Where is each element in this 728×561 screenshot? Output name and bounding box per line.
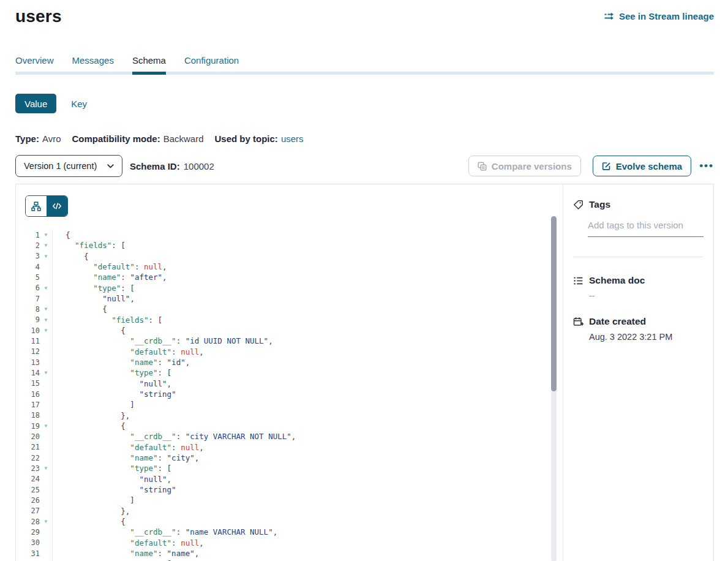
schema-doc-heading: Schema doc	[589, 275, 645, 286]
code-editor[interactable]: 1▼{2▼ "fields": [3▼ {4 "default": null,5…	[16, 230, 563, 561]
code-view-button[interactable]	[47, 196, 67, 216]
schema-id-value: 100002	[184, 161, 214, 171]
line-number: 10	[16, 326, 40, 335]
evolve-schema-button[interactable]: Evolve schema	[593, 156, 691, 176]
chevron-down-icon	[107, 164, 114, 168]
line-number: 9	[16, 315, 40, 324]
line-number: 24	[16, 475, 40, 483]
fold-arrow-icon[interactable]: ▼	[40, 251, 52, 262]
fold-arrow-icon[interactable]: ▼	[40, 463, 52, 473]
tab-schema[interactable]: Schema	[132, 55, 166, 66]
code-text: {	[52, 251, 563, 262]
line-number: 4	[16, 263, 40, 271]
fold-arrow-icon[interactable]: ▼	[40, 367, 52, 378]
fold-arrow-icon[interactable]: ▼	[40, 325, 52, 336]
key-tab-link[interactable]: Key	[71, 99, 87, 109]
add-tags-input[interactable]	[588, 220, 704, 237]
code-text: "null",	[52, 474, 563, 484]
fold-arrow-icon[interactable]: ▼	[40, 516, 52, 527]
code-line: 16 "string"	[16, 389, 563, 399]
version-select-value: Version 1 (current)	[24, 161, 97, 171]
line-number: 15	[16, 379, 40, 388]
tag-icon	[573, 200, 584, 210]
code-text: "__crdb__": "city VARCHAR NOT NULL",	[52, 431, 563, 442]
fold-arrow-icon[interactable]: ▼	[40, 559, 52, 561]
date-created-section-heading: Date created	[573, 316, 704, 327]
fold-arrow-icon[interactable]: ▼	[40, 283, 52, 293]
page-title: users	[15, 6, 62, 26]
tab-messages[interactable]: Messages	[72, 55, 114, 66]
scrollbar-track[interactable]	[551, 216, 557, 561]
code-text: "fields": [	[52, 240, 563, 250]
meta-compatibility: Compatibility mode: Backward	[72, 134, 203, 145]
compare-versions-button[interactable]: Compare versions	[468, 156, 581, 176]
code-text: "type": [	[52, 463, 563, 473]
fold-arrow-icon[interactable]: ▼	[40, 240, 52, 250]
more-options-button[interactable]: •••	[699, 156, 714, 176]
view-mode-toggle	[25, 195, 68, 217]
code-line: 1▼{	[16, 230, 563, 240]
code-text: {	[52, 304, 563, 314]
code-text: "default": null,	[52, 538, 563, 548]
code-text: "string"	[52, 484, 563, 495]
tab-overview[interactable]: Overview	[15, 55, 54, 66]
date-created-heading: Date created	[589, 316, 646, 327]
code-line: 21 "default": null,	[16, 442, 563, 453]
line-number: 28	[16, 518, 40, 526]
line-number: 19	[16, 422, 40, 431]
line-number: 11	[16, 337, 40, 345]
page-header: users See in Stream lineage	[15, 0, 714, 26]
see-in-stream-lineage-link[interactable]: See in Stream lineage	[604, 11, 714, 21]
compatibility-value: Backward	[163, 134, 204, 145]
version-select[interactable]: Version 1 (current)	[15, 155, 122, 177]
tree-view-button[interactable]	[26, 196, 47, 216]
code-line: 14▼ "type": [	[16, 367, 563, 378]
schema-detail-card: 1▼{2▼ "fields": [3▼ {4 "default": null,5…	[15, 184, 714, 561]
code-text: "name": "city",	[52, 453, 563, 463]
code-text: {	[52, 230, 563, 240]
line-number: 16	[16, 390, 40, 399]
code-text: "string"	[52, 389, 563, 399]
line-number: 17	[16, 401, 40, 409]
tab-configuration[interactable]: Configuration	[184, 55, 239, 66]
type-label: Type:	[15, 134, 39, 145]
evolve-button-label: Evolve schema	[616, 161, 682, 171]
lineage-link-label: See in Stream lineage	[619, 11, 714, 21]
fold-arrow-icon[interactable]: ▼	[40, 421, 52, 431]
tabs: OverviewMessagesSchemaConfiguration	[15, 55, 714, 66]
fold-arrow-icon[interactable]: ▼	[40, 230, 52, 240]
code-line: 2▼ "fields": [	[16, 240, 563, 250]
line-number: 6	[16, 284, 40, 292]
value-tab-button[interactable]: Value	[15, 94, 56, 113]
code-line: 12 "default": null,	[16, 347, 563, 357]
code-line: 31 "name": "name",	[16, 548, 563, 559]
fold-arrow-icon[interactable]: ▼	[40, 315, 52, 325]
line-number: 8	[16, 305, 40, 314]
stream-lineage-icon	[604, 12, 615, 21]
scrollbar-thumb[interactable]	[551, 216, 557, 391]
value-key-toggle: Value Key	[15, 94, 714, 113]
code-text: "type": [	[52, 559, 563, 561]
tags-section-heading: Tags	[573, 199, 704, 210]
code-text: {	[52, 421, 563, 431]
code-text: "default": null,	[52, 262, 563, 272]
schema-id: Schema ID: 100002	[130, 161, 214, 171]
sidebar-divider	[573, 257, 704, 257]
code-text: "type": [	[52, 283, 563, 293]
code-line: 20 "__crdb__": "city VARCHAR NOT NULL",	[16, 431, 563, 442]
topic-link[interactable]: users	[281, 134, 304, 145]
line-number: 23	[16, 464, 40, 473]
date-created-value: Aug. 3 2022 3:21 PM	[589, 332, 704, 342]
code-line: 23▼ "type": [	[16, 463, 563, 473]
line-number: 30	[16, 538, 40, 547]
code-text: "__crdb__": "id UUID NOT NULL",	[52, 336, 563, 346]
code-line: 32▼ "type": [	[16, 559, 563, 561]
code-text: ]	[52, 495, 563, 505]
line-number: 1	[16, 231, 40, 239]
line-number: 31	[16, 549, 40, 558]
line-number: 20	[16, 432, 40, 441]
schema-meta-row: Type: Avro Compatibility mode: Backward …	[15, 134, 714, 145]
code-text: ]	[52, 399, 563, 410]
fold-arrow-icon[interactable]: ▼	[40, 304, 52, 314]
code-line: 29 "__crdb__": "name VARCHAR NULL",	[16, 527, 563, 537]
